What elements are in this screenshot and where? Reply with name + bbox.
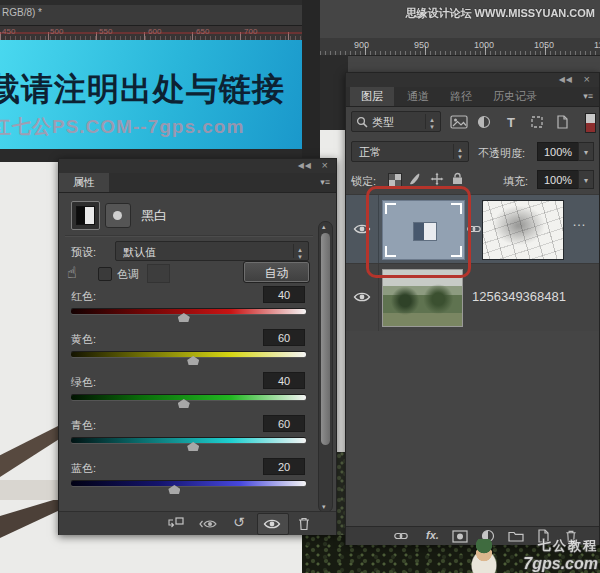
ruler-tick-label: 700 bbox=[244, 27, 257, 36]
slider-thumb-red[interactable] bbox=[178, 313, 190, 322]
layer-name[interactable]: 1256349368481 bbox=[472, 289, 566, 304]
ruler-tick-label: 950 bbox=[414, 40, 429, 50]
opacity-label: 不透明度: bbox=[478, 146, 525, 161]
layers-panel: ◀◀ × 图层 通道 路径 历史记录 ▾≡ 类型 ▴▾ T bbox=[345, 72, 600, 545]
slider-value-red[interactable]: 40 bbox=[263, 286, 305, 303]
credit-banner: 载请注明出处与链接 红七公PS.COM--7gps.com bbox=[0, 40, 302, 149]
lock-transparency-icon[interactable] bbox=[388, 173, 402, 187]
window-right-edge bbox=[302, 0, 320, 158]
7gps-watermark-cn: 七公教程 bbox=[466, 537, 598, 555]
slider-track-yellow[interactable] bbox=[71, 352, 306, 357]
slider-value-blue[interactable]: 20 bbox=[263, 458, 305, 475]
tab-channels[interactable]: 通道 bbox=[398, 87, 438, 106]
filter-toggle-switch[interactable] bbox=[585, 113, 596, 133]
preset-label: 预设: bbox=[71, 245, 96, 260]
tint-color-swatch[interactable] bbox=[147, 264, 170, 283]
slider-label-cyan: 青色: bbox=[71, 418, 96, 433]
collapse-panel-icon[interactable]: ◀◀ bbox=[559, 74, 573, 86]
ruler-tick-label: 1050 bbox=[534, 40, 554, 50]
fill-value[interactable]: 100% bbox=[537, 170, 579, 189]
preset-dropdown[interactable]: 默认值 ▴▾ bbox=[115, 241, 309, 261]
more-dots-icon: … bbox=[572, 213, 587, 229]
adjustment-title: 黑白 bbox=[141, 207, 167, 225]
slider-track-green[interactable] bbox=[71, 395, 306, 400]
link-layers-icon[interactable] bbox=[394, 530, 408, 542]
horizontal-ruler-left: 450 500 550 600 650 700 bbox=[0, 26, 302, 41]
panel-menu-icon[interactable]: ▾≡ bbox=[583, 92, 593, 101]
filter-shape-layers-icon[interactable] bbox=[530, 115, 544, 129]
slider-track-cyan[interactable] bbox=[71, 438, 306, 443]
close-panel-icon[interactable]: × bbox=[322, 159, 329, 171]
slider-value-green[interactable]: 40 bbox=[263, 372, 305, 389]
scroll-up-arrow[interactable]: ▴ bbox=[322, 223, 326, 231]
filter-smart-object-icon[interactable] bbox=[556, 115, 569, 129]
tint-checkbox[interactable] bbox=[98, 267, 112, 281]
black-white-adjustment-icon bbox=[71, 201, 100, 230]
collapse-panel-icon[interactable]: ◀◀ bbox=[298, 160, 312, 172]
scrollbar[interactable]: ▴ ▾ bbox=[318, 221, 333, 513]
missyuan-watermark: 思缘设计论坛 WWW.MISSYUAN.COM bbox=[350, 6, 595, 21]
tab-paths[interactable]: 路径 bbox=[442, 87, 480, 106]
tint-label: 色调 bbox=[117, 267, 139, 282]
targeted-adjustment-hand-icon[interactable]: ☝ bbox=[67, 263, 77, 282]
bw-glyph bbox=[76, 206, 95, 225]
building-roof bbox=[0, 498, 60, 538]
lock-all-icon[interactable] bbox=[452, 172, 463, 185]
7gps-watermark-site: 7gps.com bbox=[466, 555, 598, 573]
tab-properties[interactable]: 属性 bbox=[59, 173, 109, 192]
properties-panel-header: ◀◀ × bbox=[59, 159, 336, 174]
stepper-icon: ▴▾ bbox=[293, 244, 306, 258]
ruler-tick-label: 1100 bbox=[594, 40, 600, 50]
filter-type-layers-icon[interactable]: T bbox=[504, 114, 518, 130]
layers-panel-header: ◀◀ × bbox=[346, 73, 599, 88]
visibility-eye-icon[interactable] bbox=[353, 291, 371, 303]
properties-tab-row: 属性 ▾≡ bbox=[59, 173, 336, 193]
document-titlebar[interactable]: RGB/8) * bbox=[0, 0, 302, 26]
slider-value-cyan[interactable]: 60 bbox=[263, 415, 305, 432]
ruler-tick-label: 450 bbox=[2, 27, 15, 36]
fill-caret[interactable]: ▾ bbox=[578, 170, 594, 189]
opacity-value[interactable]: 100% bbox=[537, 142, 579, 161]
filter-image-layers-icon[interactable] bbox=[450, 115, 468, 129]
layer-mask-badge-icon[interactable] bbox=[105, 203, 131, 228]
ruler-tick-label: 1000 bbox=[474, 40, 494, 50]
lock-position-move-icon[interactable] bbox=[430, 172, 444, 186]
banner-sub-text: 红七公PS.COM--7gps.com bbox=[0, 114, 244, 140]
panel-menu-icon[interactable]: ▾≡ bbox=[320, 178, 330, 187]
opacity-caret[interactable]: ▾ bbox=[578, 142, 594, 161]
reset-adjustment-icon[interactable]: ↺ bbox=[233, 514, 245, 530]
slider-label-blue: 蓝色: bbox=[71, 461, 96, 476]
tab-history[interactable]: 历史记录 bbox=[484, 87, 546, 106]
slider-thumb-blue[interactable] bbox=[168, 485, 180, 494]
slider-track-red[interactable] bbox=[71, 309, 306, 314]
properties-panel: ◀◀ × 属性 ▾≡ 黑白 预设: 默认值 ▴▾ ☝ 色调 自动 bbox=[58, 158, 337, 535]
slider-track-blue[interactable] bbox=[71, 481, 306, 486]
fill-label: 填充: bbox=[503, 174, 528, 189]
layers-empty-area bbox=[346, 331, 599, 526]
preset-value: 默认值 bbox=[123, 242, 156, 262]
ruler-tick-label: 600 bbox=[148, 27, 161, 36]
slider-thumb-yellow[interactable] bbox=[187, 356, 199, 365]
layer-style-fx-icon[interactable]: fx. bbox=[426, 529, 439, 541]
tab-layers[interactable]: 图层 bbox=[350, 87, 394, 106]
blend-mode-dropdown[interactable]: 正常 ▴▾ bbox=[351, 141, 469, 162]
slider-label-red: 红色: bbox=[71, 289, 96, 304]
filter-kind-label: 类型 bbox=[372, 112, 394, 133]
slider-thumb-cyan[interactable] bbox=[187, 442, 199, 451]
filter-adjustment-layers-icon[interactable] bbox=[477, 115, 491, 129]
scroll-down-arrow[interactable]: ▾ bbox=[322, 503, 326, 511]
close-panel-icon[interactable]: × bbox=[584, 73, 591, 85]
visibility-toggle-button[interactable] bbox=[257, 513, 289, 535]
auto-button[interactable]: 自动 bbox=[244, 262, 309, 282]
lock-pixels-brush-icon[interactable] bbox=[408, 172, 422, 186]
delete-adjustment-trash-icon[interactable] bbox=[297, 516, 311, 531]
ruler-tick-label: 900 bbox=[354, 40, 369, 50]
slider-thumb-green[interactable] bbox=[178, 399, 190, 408]
layer-mask-thumbnail[interactable] bbox=[482, 200, 564, 260]
scrollbar-thumb[interactable] bbox=[321, 233, 330, 445]
layer-filter-dropdown[interactable]: 类型 ▴▾ bbox=[351, 111, 441, 132]
slider-value-yellow[interactable]: 60 bbox=[263, 329, 305, 346]
properties-bottom-bar: ↺ bbox=[59, 511, 336, 535]
view-previous-state-icon[interactable] bbox=[199, 518, 219, 530]
clip-to-layer-icon[interactable] bbox=[167, 517, 184, 530]
